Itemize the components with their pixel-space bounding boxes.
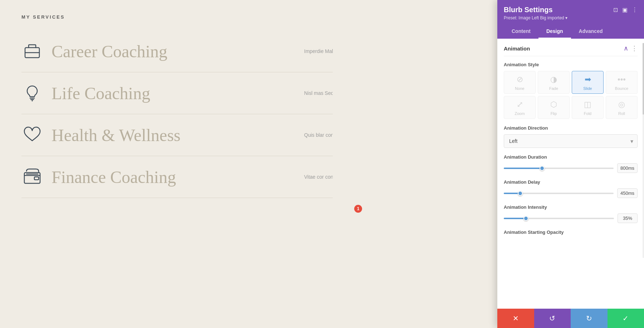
notification-badge: 1 xyxy=(354,205,362,213)
screen-icon[interactable]: ⊡ xyxy=(613,6,618,13)
zoom-label: Zoom xyxy=(514,111,525,116)
briefcase-icon xyxy=(21,40,43,62)
save-icon: ✓ xyxy=(623,314,629,323)
tab-content[interactable]: Content xyxy=(504,25,538,39)
collapse-icon[interactable]: ∧ xyxy=(624,44,628,52)
layout-icon[interactable]: ▣ xyxy=(622,6,628,13)
direction-select[interactable]: Left Right Top Bottom xyxy=(504,134,638,148)
none-icon: ⊘ xyxy=(517,75,523,84)
wallet-icon xyxy=(21,166,43,188)
life-coaching-text: Nisl mas Sed vitae xyxy=(304,90,333,97)
bounce-label: Bounce xyxy=(615,86,628,91)
cancel-button[interactable]: ✕ xyxy=(497,309,534,328)
intensity-track[interactable] xyxy=(504,218,614,219)
panel-tabs: Content Design Advanced xyxy=(504,25,638,39)
anim-flip[interactable]: ⬡ Flip xyxy=(538,96,570,119)
service-item-life: Life Coaching Nisl mas Sed vitae xyxy=(21,72,333,114)
anim-zoom[interactable]: ⤢ Zoom xyxy=(504,96,536,119)
direction-label: Animation Direction xyxy=(504,125,638,131)
bounce-icon: ••• xyxy=(618,75,626,84)
career-coaching-text: Imperdie Malesuac ullamcor xyxy=(304,48,333,55)
section-controls: ∧ ⋮ xyxy=(624,44,638,52)
save-button[interactable]: ✓ xyxy=(608,309,644,328)
delay-label: Animation Delay xyxy=(504,179,638,185)
anim-bounce[interactable]: ••• Bounce xyxy=(606,71,638,94)
panel-preset[interactable]: Preset: Image Left Big imported ▾ xyxy=(504,15,638,20)
none-label: None xyxy=(515,86,524,91)
service-item-health: Health & Wellness Quis blar consequa xyxy=(21,114,333,156)
slide-icon: ➡ xyxy=(585,75,591,84)
flip-icon: ⬡ xyxy=(550,100,557,109)
section-title: MY SERVICES xyxy=(21,14,333,20)
fold-icon: ◫ xyxy=(584,100,591,109)
panel-title: Blurb Settings xyxy=(504,6,553,14)
slide-label: Slide xyxy=(583,86,592,91)
zoom-icon: ⤢ xyxy=(517,100,523,109)
duration-slider-container: 800ms xyxy=(504,163,638,173)
more-icon[interactable]: ⋮ xyxy=(632,6,638,13)
animation-section-header: Animation ∧ ⋮ xyxy=(504,39,638,56)
undo-button[interactable]: ↺ xyxy=(534,309,571,328)
scrollbar-thumb[interactable] xyxy=(643,43,644,115)
finance-coaching-label: Finance Coaching xyxy=(52,167,304,187)
intensity-slider-container: 35% xyxy=(504,213,638,223)
roll-icon: ◎ xyxy=(618,100,625,109)
panel-footer: ✕ ↺ ↻ ✓ xyxy=(497,309,644,328)
scrollbar[interactable] xyxy=(643,43,644,258)
settings-panel: Blurb Settings ⊡ ▣ ⋮ Preset: Image Left … xyxy=(497,0,644,328)
animation-label: Animation xyxy=(504,45,530,52)
panel-header: Blurb Settings ⊡ ▣ ⋮ Preset: Image Left … xyxy=(497,0,644,39)
flip-label: Flip xyxy=(551,111,557,116)
life-coaching-label: Life Coaching xyxy=(52,83,304,103)
roll-label: Roll xyxy=(618,111,625,116)
lightbulb-icon xyxy=(21,82,43,104)
anim-none[interactable]: ⊘ None xyxy=(504,71,536,94)
undo-icon: ↺ xyxy=(549,314,555,323)
career-coaching-label: Career Coaching xyxy=(52,42,304,61)
cancel-icon: ✕ xyxy=(513,314,519,323)
delay-value[interactable]: 450ms xyxy=(617,188,638,198)
intensity-label: Animation Intensity xyxy=(504,204,638,210)
anim-roll[interactable]: ◎ Roll xyxy=(606,96,638,119)
animation-style-grid: ⊘ None ◑ Fade ➡ Slide ••• Bounce ⤢ Zoom xyxy=(504,71,638,119)
intensity-row: Animation Intensity 35% xyxy=(504,204,638,223)
fade-icon: ◑ xyxy=(550,75,557,84)
panel-header-icons: ⊡ ▣ ⋮ xyxy=(613,6,638,13)
duration-label: Animation Duration xyxy=(504,154,638,160)
anim-slide[interactable]: ➡ Slide xyxy=(572,71,604,94)
duration-row: Animation Duration 800ms xyxy=(504,154,638,173)
panel-header-top: Blurb Settings ⊡ ▣ ⋮ xyxy=(504,6,638,14)
panel-body: Animation ∧ ⋮ Animation Style ⊘ None ◑ F… xyxy=(497,39,644,309)
finance-coaching-text: Vitae cor condim. Curabitu xyxy=(304,173,333,181)
section-more-icon[interactable]: ⋮ xyxy=(631,44,638,52)
health-wellness-text: Quis blar consequa xyxy=(304,131,333,139)
heart-icon xyxy=(21,124,43,146)
service-item-finance: Finance Coaching Vitae cor condim. Curab… xyxy=(21,156,333,198)
tab-design[interactable]: Design xyxy=(538,25,571,39)
delay-track[interactable] xyxy=(504,193,614,194)
intensity-value[interactable]: 35% xyxy=(618,213,638,223)
tab-advanced[interactable]: Advanced xyxy=(571,25,611,39)
health-wellness-label: Health & Wellness xyxy=(52,125,304,145)
service-item-career: Career Coaching Imperdie Malesuac ullamc… xyxy=(21,30,333,72)
animation-style-label: Animation Style xyxy=(504,62,638,67)
delay-row: Animation Delay 450ms xyxy=(504,179,638,198)
delay-slider-container: 450ms xyxy=(504,188,638,198)
redo-icon: ↻ xyxy=(586,314,592,323)
svg-rect-6 xyxy=(34,177,39,180)
anim-fade[interactable]: ◑ Fade xyxy=(538,71,570,94)
fold-label: Fold xyxy=(584,111,591,116)
redo-button[interactable]: ↻ xyxy=(571,309,608,328)
direction-select-wrapper: Left Right Top Bottom ▾ xyxy=(504,134,638,148)
anim-fold[interactable]: ◫ Fold xyxy=(572,96,604,119)
opacity-label: Animation Starting Opacity xyxy=(504,230,638,235)
fade-label: Fade xyxy=(549,86,558,91)
duration-value[interactable]: 800ms xyxy=(617,163,638,173)
duration-track[interactable] xyxy=(504,168,614,169)
main-content: MY SERVICES Career Coaching Imperdie Mal… xyxy=(0,0,354,328)
